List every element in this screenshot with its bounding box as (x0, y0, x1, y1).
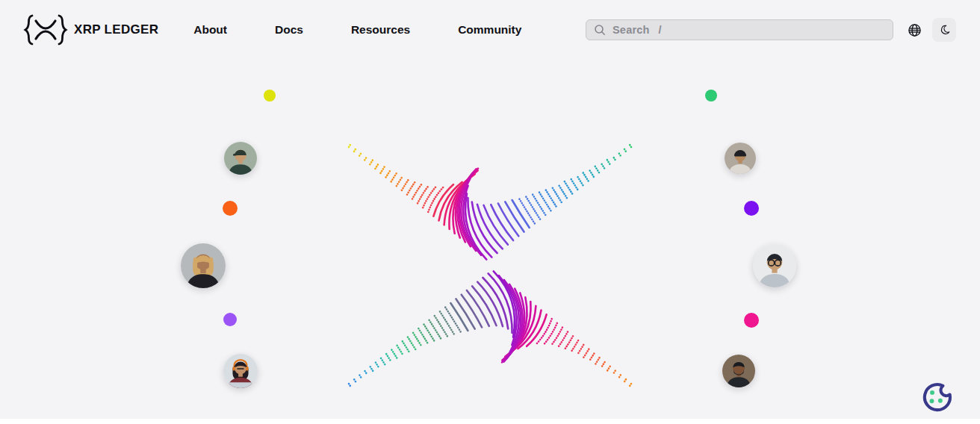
nav-item-docs[interactable]: Docs (275, 23, 303, 37)
main-nav: About Docs Resources Community (193, 23, 521, 37)
xrpl-logo-icon (22, 13, 69, 46)
globe-icon (908, 23, 922, 37)
nav-item-about[interactable]: About (193, 23, 227, 37)
cookie-settings-button[interactable] (919, 378, 957, 415)
community-avatar-woman-with-headphones-at-laptop (223, 354, 258, 388)
decorative-dot (744, 201, 759, 216)
theme-toggle-button[interactable] (932, 18, 956, 42)
nav-item-resources[interactable]: Resources (351, 23, 410, 37)
search-shortcut-hint: / (659, 24, 662, 36)
search-placeholder: Search (612, 24, 650, 36)
language-button[interactable] (905, 21, 923, 39)
decorative-dot (223, 201, 238, 216)
decorative-dot (264, 90, 276, 102)
community-avatar-man-with-beard (722, 355, 755, 387)
brand-logo[interactable]: XRP LEDGER (22, 13, 158, 46)
search-icon (594, 24, 606, 36)
community-avatar-man-wearing-cap (224, 142, 257, 175)
moon-icon (937, 23, 951, 37)
decorative-dot (705, 90, 717, 102)
xrpl-homepage: XRP LEDGER About Docs Resources Communit… (0, 0, 980, 424)
brand-name: XRP LEDGER (74, 22, 158, 37)
search-input[interactable]: Search / (586, 19, 893, 40)
hero-x-artwork (0, 0, 980, 424)
decorative-dot (744, 313, 759, 328)
next-section-edge (0, 419, 980, 424)
cookie-icon (919, 378, 957, 415)
hero-section (0, 0, 980, 424)
community-avatar-man-with-glasses (753, 244, 796, 287)
decorative-dot (223, 313, 237, 326)
site-header: XRP LEDGER About Docs Resources Communit… (0, 0, 980, 60)
community-avatar-woman-with-blonde-braids (181, 243, 226, 288)
community-avatar-woman-wearing-beanie (725, 143, 756, 174)
nav-item-community[interactable]: Community (458, 23, 521, 37)
